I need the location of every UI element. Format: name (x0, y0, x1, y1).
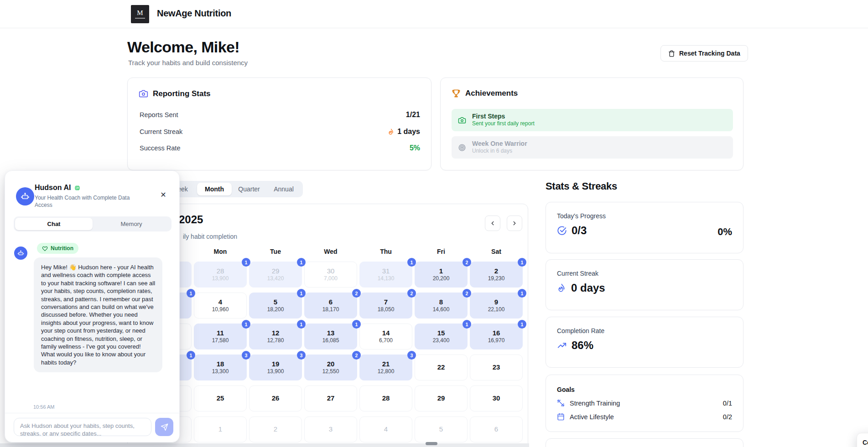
chat-input[interactable] (14, 418, 151, 436)
step-count: 13,900 (267, 369, 284, 375)
step-count: 22,100 (488, 307, 505, 313)
top-bar: M NewAge Nutrition (0, 0, 868, 28)
current-streak-card-label: Current Streak (557, 270, 732, 277)
calendar-prev-button[interactable] (485, 216, 500, 231)
calendar-day-cell[interactable]: 11316,085 (304, 324, 357, 349)
calendar-day-cell[interactable]: 1219,230 (470, 262, 523, 288)
paper-plane-icon (161, 423, 168, 431)
calendar-day-cell[interactable]: 22012,550 (304, 355, 357, 380)
calendar-day-cell[interactable]: 32112,800 (359, 355, 412, 380)
habit-count-badge: 2 (407, 289, 416, 298)
calendar-day-cell[interactable]: 31813,300 (194, 355, 247, 380)
day-number: 19 (272, 360, 280, 368)
day-number: 21 (382, 360, 390, 368)
step-count: 6,700 (379, 338, 393, 344)
calendar-day-cell[interactable]: 22 (415, 355, 468, 380)
achievements-card: Achievements First Steps Sent your first… (440, 77, 743, 170)
calendar-day-cell[interactable]: 1 (194, 416, 247, 442)
heart-icon (42, 246, 48, 252)
tab-quarter[interactable]: Quarter (232, 183, 266, 195)
goal-name: Strength Training (570, 400, 620, 407)
corner-popover[interactable]: Co http (857, 433, 868, 447)
calendar-day-cell[interactable]: 1922,100 (470, 293, 523, 319)
calendar-day-cell[interactable]: 3 (304, 416, 357, 442)
achievement-first-steps: First Steps Sent your first daily report (452, 109, 733, 131)
goals-card: Goals Strength Training 0/1 Active Lifes… (546, 375, 743, 432)
day-number: 9 (494, 298, 498, 306)
tab-chat[interactable]: Chat (15, 218, 93, 230)
logo-letter: M (137, 10, 143, 16)
day-header: Sat (470, 248, 523, 255)
tab-month[interactable]: Month (197, 183, 232, 195)
calendar-day-cell[interactable]: 27 (304, 385, 357, 411)
calendar-day-cell[interactable]: 11616,970 (470, 324, 523, 349)
habit-count-badge: 1 (463, 320, 471, 329)
calendar-day-cell[interactable]: 2814,600 (415, 293, 468, 319)
calendar-day-cell[interactable]: 28 (359, 385, 412, 411)
calendar-day-cell[interactable]: 11212,780 (249, 324, 302, 349)
step-count: 18,200 (267, 307, 284, 313)
message-timestamp: 10:56 AM (33, 404, 54, 410)
page-subtitle: Track your habits and build consistency (128, 59, 248, 67)
habit-count-badge: 3 (242, 351, 250, 360)
habit-count-badge: 1 (407, 258, 416, 267)
day-number: 11 (217, 329, 224, 337)
achievements-title: Achievements (465, 89, 518, 98)
step-count: 12,550 (322, 369, 339, 375)
calendar-day-cell[interactable]: 410,960 (194, 293, 247, 319)
day-number: 16 (493, 329, 500, 337)
calendar-day-cell[interactable]: 2618,170 (304, 293, 357, 319)
calendar-day-cell[interactable]: 26 (249, 385, 302, 411)
brand-logo: M (131, 5, 149, 23)
calendar-day-cell[interactable]: 146,700 (359, 324, 412, 349)
calendar-day-cell[interactable]: 12813,900 (194, 262, 247, 288)
calendar-day-cell[interactable]: 12913,420 (249, 262, 302, 288)
horizontal-scrollbar-thumb[interactable] (426, 442, 437, 445)
day-number: 18 (217, 360, 224, 368)
day-number: 13 (327, 329, 335, 337)
calendar-day-cell[interactable]: 2718,050 (359, 293, 412, 319)
calendar-day-cell[interactable]: 5 (415, 416, 468, 442)
calendar-day-cell[interactable]: 23 (470, 355, 523, 380)
calendar-day-cell[interactable]: 11117,580 (194, 324, 247, 349)
day-number: 26 (272, 395, 280, 402)
step-count: 13,420 (267, 276, 284, 282)
calendar-day-cell[interactable]: 307,000 (304, 262, 357, 288)
close-icon[interactable]: ✕ (158, 190, 168, 200)
calendar-day-cell[interactable]: 13114,130 (359, 262, 412, 288)
achievement-week-one-warrior: Week One Warrior Unlock in 6 days (452, 136, 733, 159)
reset-tracking-data-button[interactable]: Reset Tracking Data (660, 45, 748, 62)
day-number: 25 (217, 395, 224, 402)
calendar-grid: 2712813,90012913,420307,00013114,1302120… (139, 262, 523, 442)
calendar-day-cell[interactable]: 25 (194, 385, 247, 411)
calendar-day-cell[interactable]: 6 (470, 416, 523, 442)
message-avatar (14, 247, 27, 260)
step-count: 13,900 (212, 276, 229, 282)
step-count: 12,800 (378, 369, 395, 375)
calendar-day-cell[interactable]: 2120,200 (415, 262, 468, 288)
tab-memory[interactable]: Memory (93, 218, 170, 230)
calendar-day-headers: SunMonTueWedThuFriSat (139, 248, 523, 255)
current-streak-card-value: 0 days (571, 282, 605, 294)
tab-annual[interactable]: Annual (266, 183, 301, 195)
calendar-day-cell[interactable]: 30 (470, 385, 523, 411)
camera-icon (139, 89, 148, 98)
chat-subtitle: Your Health Coach with Complete Data Acc… (35, 194, 140, 209)
habit-count-badge: 2 (463, 289, 471, 298)
nutrition-tag-label: Nutrition (51, 245, 73, 252)
calendar-day-cell[interactable]: 31913,900 (249, 355, 302, 380)
achievement-title: First Steps (472, 113, 535, 121)
success-rate-value: 5% (410, 144, 420, 152)
calendar-next-button[interactable] (507, 216, 522, 231)
calendar-day-cell[interactable]: 1518,200 (249, 293, 302, 319)
day-number: 4 (384, 426, 388, 433)
send-button[interactable] (155, 418, 173, 436)
day-number: 6 (329, 298, 333, 306)
calendar-day-cell[interactable]: 11523,400 (415, 324, 468, 349)
calendar-day-cell[interactable]: 29 (415, 385, 468, 411)
calendar-day-cell[interactable]: 2 (249, 416, 302, 442)
step-count: 12,780 (267, 338, 284, 344)
habit-count-badge: 1 (518, 289, 526, 298)
calendar-day-cell[interactable]: 4 (359, 416, 412, 442)
day-number: 30 (327, 267, 335, 275)
